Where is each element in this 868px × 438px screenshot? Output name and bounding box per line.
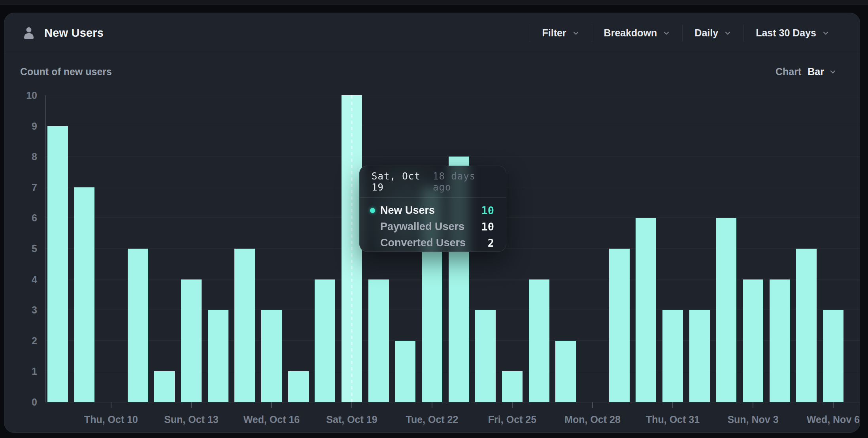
x-axis-tick [191,402,192,408]
bar-wed-nov-6[interactable] [823,310,843,402]
tooltip-row-value: 10 [481,221,494,233]
bar-thu-oct-31[interactable] [662,310,683,402]
y-axis-label-8: 8 [6,151,37,162]
y-axis-line [45,95,46,402]
y-axis-label-3: 3 [6,304,37,315]
breakdown-dropdown-label: Breakdown [604,27,657,39]
gridline-y10 [46,95,860,95]
bar-sat-oct-19[interactable] [342,95,362,402]
bar-sun-oct-20[interactable] [368,279,389,402]
bar-tue-oct-29[interactable] [609,249,630,402]
series-dot-icon [370,208,375,213]
chart-tooltip: Sat, Oct 19 18 days ago New Users 10 Pay… [359,166,506,252]
bar-sat-nov-2[interactable] [716,218,736,402]
user-icon-head [26,27,32,32]
tooltip-row-paywalled-users: Paywalled Users 10 [370,219,494,235]
x-axis-tick [351,402,352,408]
x-axis-tick [672,402,673,408]
bar-sun-oct-27[interactable] [555,341,576,402]
x-axis-tick [271,402,272,408]
x-axis-line [45,402,860,402]
filter-dropdown-label: Filter [542,27,566,39]
bar-tue-nov-5[interactable] [796,249,817,402]
bar-mon-nov-4[interactable] [770,279,790,402]
chevron-down-icon [724,29,732,37]
bar-fri-oct-18[interactable] [315,279,335,402]
bar-thu-oct-17[interactable] [288,371,309,402]
interval-dropdown-label: Daily [694,27,718,39]
user-icon [22,26,36,40]
bar-wed-oct-9[interactable] [74,187,94,402]
bar-mon-oct-21[interactable] [395,341,415,402]
bar-sat-oct-26[interactable] [529,279,549,402]
hover-guide-line [351,95,352,402]
tooltip-row-converted-users: Converted Users 2 [370,235,494,251]
bar-thu-oct-24[interactable] [475,310,496,402]
chart-type-value: Bar [808,66,824,77]
bar-fri-oct-25[interactable] [502,371,523,402]
x-axis-label-9: Wed, Nov 6 [786,414,860,425]
bar-fri-nov-1[interactable] [689,310,710,402]
chart-subheader: Count of new users Chart Bar [4,53,860,77]
chevron-down-icon [829,68,837,76]
breakdown-dropdown[interactable]: Breakdown [592,25,683,42]
bar-sat-oct-12[interactable] [154,371,175,402]
x-axis-tick [512,402,513,408]
filter-dropdown[interactable]: Filter [530,25,591,42]
y-axis-label-2: 2 [6,335,37,346]
tooltip-row-label: Paywalled Users [380,221,464,233]
y-axis-label-7: 7 [6,182,37,193]
bar-sun-oct-13[interactable] [181,279,202,402]
date-range-dropdown-label: Last 30 Days [756,27,816,39]
tooltip-row-value: 2 [488,237,494,249]
x-axis-tick [432,402,432,408]
tooltip-row-label: New Users [380,204,435,217]
date-range-dropdown[interactable]: Last 30 Days [743,25,842,42]
bar-fri-oct-11[interactable] [128,249,148,402]
x-axis-tick [111,402,111,408]
y-axis-label-0: 0 [6,396,37,408]
bar-wed-oct-30[interactable] [636,218,656,402]
y-axis-label-9: 9 [6,121,37,132]
bar-mon-oct-14[interactable] [208,310,228,402]
bar-tue-oct-8[interactable] [47,126,68,402]
new-users-card: New Users Filter Breakdown Daily [4,13,860,433]
y-axis-label-5: 5 [6,243,37,254]
tooltip-relative-time: 18 days ago [433,171,494,193]
y-axis-label-6: 6 [6,212,37,223]
tooltip-rows: New Users 10 Paywalled Users 10 Converte… [360,198,506,251]
chart-type-selector[interactable]: Chart Bar [776,66,837,77]
chart-type-label: Chart [776,66,801,77]
card-header: New Users Filter Breakdown Daily [4,13,860,53]
gridline-y9 [46,126,860,126]
user-icon-body [24,33,34,39]
top-strip [0,0,868,5]
x-axis-tick [592,402,593,408]
y-axis-label-10: 10 [6,90,37,101]
chevron-down-icon [822,29,830,37]
series-dot-placeholder [370,240,375,245]
x-axis-tick [753,402,753,408]
interval-dropdown[interactable]: Daily [682,25,743,42]
bar-wed-oct-16[interactable] [261,310,282,402]
series-dot-placeholder [370,224,375,229]
tooltip-row-value: 10 [481,204,494,217]
chevron-down-icon [572,29,580,37]
tooltip-row-new-users: New Users 10 [370,202,494,219]
chart-subtitle: Count of new users [20,66,112,77]
header-controls: Filter Breakdown Daily Last 30 Days [530,13,842,53]
bar-tue-oct-15[interactable] [234,249,255,402]
y-axis-label-4: 4 [6,274,37,285]
tooltip-row-label: Converted Users [380,237,466,249]
x-axis-tick [833,402,834,408]
tooltip-header: Sat, Oct 19 18 days ago [360,166,506,198]
tooltip-date: Sat, Oct 19 [372,171,433,193]
bar-sun-nov-3[interactable] [743,279,763,402]
chevron-down-icon [662,29,670,37]
y-axis-label-1: 1 [6,366,37,377]
page-title: New Users [44,26,104,40]
